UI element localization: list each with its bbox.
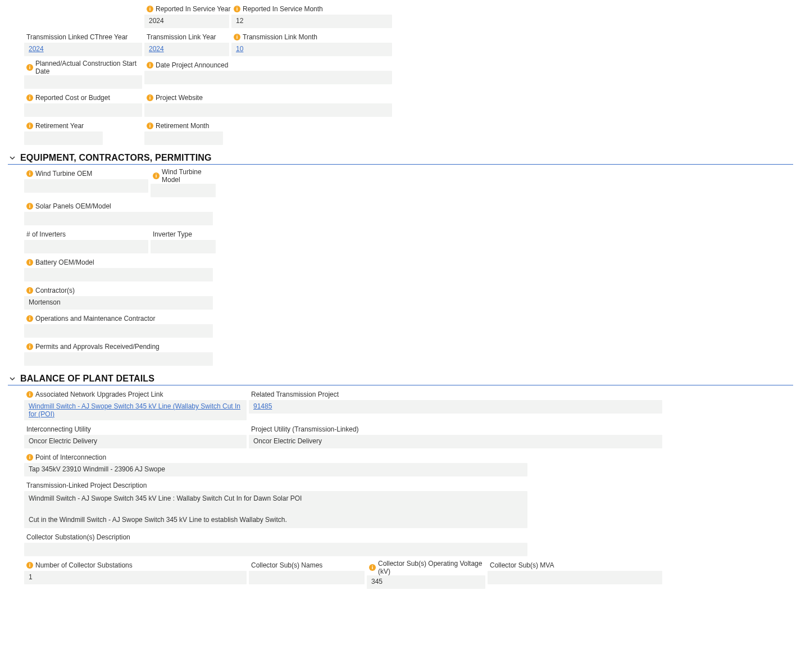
info-icon[interactable]: i xyxy=(26,203,33,210)
info-icon[interactable]: i xyxy=(26,170,33,177)
permits-value xyxy=(24,352,213,366)
info-icon[interactable]: i xyxy=(26,315,33,322)
inverters-num-label: # of Inverters xyxy=(26,230,66,238)
inter-utility-label: Interconnecting Utility xyxy=(26,425,91,433)
retirement-month-value xyxy=(144,131,223,145)
info-icon[interactable]: i xyxy=(153,172,160,179)
project-website-value xyxy=(144,103,392,117)
poi-value: Tap 345kV 23910 Windmill - 23906 AJ Swop… xyxy=(24,463,527,476)
wind-oem-value xyxy=(24,179,148,193)
coll-mva-value xyxy=(488,571,662,584)
coll-desc-value xyxy=(24,543,527,556)
info-icon[interactable]: i xyxy=(26,454,33,461)
info-icon[interactable]: i xyxy=(26,259,33,266)
trans-link-year-value[interactable]: 2024 xyxy=(149,45,164,53)
retirement-year-value xyxy=(24,131,103,145)
poi-label: Point of Interconnection xyxy=(35,453,106,461)
related-trans-label: Related Transmission Project xyxy=(251,391,339,398)
info-icon[interactable]: i xyxy=(147,62,153,69)
om-label: Operations and Maintenance Contractor xyxy=(35,315,155,323)
contractors-label: Contractor(s) xyxy=(35,287,75,294)
date-announced-label: Date Project Announced xyxy=(156,61,228,69)
inter-utility-value: Oncor Electric Delivery xyxy=(24,435,247,448)
info-icon[interactable]: i xyxy=(26,94,33,101)
chevron-down-icon[interactable] xyxy=(9,375,16,382)
reported-year-label: Reported In Service Year xyxy=(156,5,230,13)
info-icon[interactable]: i xyxy=(26,287,33,294)
inverter-type-value xyxy=(151,240,216,253)
info-icon[interactable]: i xyxy=(234,6,240,12)
anu-value[interactable]: Windmill Switch - AJ Swope Switch 345 kV… xyxy=(29,402,240,418)
wind-oem-label: Wind Turbine OEM xyxy=(35,170,92,178)
construction-start-value xyxy=(24,75,142,89)
trans-cthree-label: Transmission Linked CThree Year xyxy=(26,33,128,41)
coll-voltage-label: Collector Sub(s) Operating Voltage (kV) xyxy=(378,560,488,575)
trans-link-month-value[interactable]: 10 xyxy=(236,45,243,53)
construction-start-label: Planned/Actual Construction Start Date xyxy=(35,60,144,75)
info-icon[interactable]: i xyxy=(147,122,153,129)
coll-voltage-value: 345 xyxy=(367,575,485,589)
trans-cthree-value[interactable]: 2024 xyxy=(29,45,44,53)
trans-link-month-label: Transmission Link Month xyxy=(243,33,317,41)
coll-mva-label: Collector Sub(s) MVA xyxy=(490,561,554,569)
info-icon[interactable]: i xyxy=(26,343,33,350)
reported-month-value: 12 xyxy=(231,15,392,28)
chevron-down-icon[interactable] xyxy=(9,155,16,161)
info-icon[interactable]: i xyxy=(26,122,33,129)
proj-utility-label: Project Utility (Transmission-Linked) xyxy=(251,425,359,433)
wind-model-value xyxy=(151,184,216,197)
trans-link-year-label: Transmission Link Year xyxy=(147,33,216,41)
permits-label: Permits and Approvals Received/Pending xyxy=(35,343,160,351)
info-icon[interactable]: i xyxy=(369,564,376,571)
num-coll-value: 1 xyxy=(24,571,247,584)
battery-label: Battery OEM/Model xyxy=(35,258,94,266)
coll-names-label: Collector Sub(s) Names xyxy=(251,561,322,569)
equipment-section-title: EQUIPMENT, CONTRACTORS, PERMITTING xyxy=(20,153,212,163)
reported-month-label: Reported In Service Month xyxy=(243,5,323,13)
project-website-label: Project Website xyxy=(156,94,203,102)
date-announced-value xyxy=(144,71,392,84)
reported-cost-value xyxy=(24,103,142,117)
retirement-month-label: Retirement Month xyxy=(156,122,209,130)
inverters-num-value xyxy=(24,240,148,253)
battery-value xyxy=(24,268,213,281)
trans-desc-label: Transmission-Linked Project Description xyxy=(26,482,147,489)
solar-value xyxy=(24,212,213,225)
info-icon[interactable]: i xyxy=(147,94,153,101)
coll-desc-label: Collector Substation(s) Description xyxy=(26,533,130,541)
info-icon[interactable]: i xyxy=(234,34,240,40)
info-icon[interactable]: i xyxy=(26,562,33,569)
num-coll-label: Number of Collector Substations xyxy=(35,561,133,569)
info-icon[interactable]: i xyxy=(26,64,33,71)
solar-label: Solar Panels OEM/Model xyxy=(35,202,111,210)
contractors-value: Mortenson xyxy=(24,296,213,310)
info-icon[interactable]: i xyxy=(26,391,33,398)
anu-label: Associated Network Upgrades Project Link xyxy=(35,391,163,398)
trans-desc-value: Windmill Switch - AJ Swope Switch 345 kV… xyxy=(24,491,527,528)
wind-model-label: Wind Turbine Model xyxy=(162,168,218,184)
inverter-type-label: Inverter Type xyxy=(153,230,192,238)
related-trans-value[interactable]: 91485 xyxy=(253,402,272,410)
proj-utility-value: Oncor Electric Delivery xyxy=(249,435,662,448)
balance-section-title: BALANCE OF PLANT DETAILS xyxy=(20,374,154,384)
retirement-year-label: Retirement Year xyxy=(35,122,84,130)
reported-cost-label: Reported Cost or Budget xyxy=(35,94,110,102)
coll-names-value xyxy=(249,571,365,584)
reported-year-value: 2024 xyxy=(144,15,229,28)
om-value xyxy=(24,324,213,338)
info-icon[interactable]: i xyxy=(147,6,153,12)
